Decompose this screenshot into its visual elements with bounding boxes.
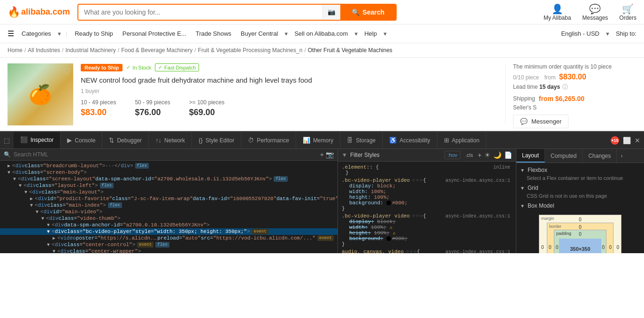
- nav-item-buyer-central[interactable]: Buyer Central: [237, 26, 282, 41]
- nav-item-ready-to-ship[interactable]: Ready to Ship: [71, 26, 117, 41]
- price-tier-2-range: 50 - 99 pieces: [135, 99, 170, 106]
- layout-tab-changes[interactable]: Changes: [583, 149, 617, 163]
- tree-expand-icon[interactable]: ▼: [8, 170, 10, 175]
- breadcrumb-all-industries[interactable]: All Industries: [28, 47, 60, 54]
- html-line-center-control[interactable]: ▼ <div class="center-control" > event fl…: [0, 241, 337, 248]
- tab-console[interactable]: ▶ Console: [61, 132, 102, 148]
- shipping-price: from $6,265.00: [539, 95, 584, 102]
- html-add-node-button[interactable]: +: [320, 151, 324, 158]
- css-moon-button[interactable]: 🌙: [493, 151, 501, 159]
- messenger-button[interactable]: 💬 Messenger: [513, 115, 568, 128]
- product-badges: Ready to Ship ✓ In Stock ✓ Fast Dispatch: [81, 63, 498, 71]
- html-screenshot-button[interactable]: 📷: [326, 151, 334, 158]
- price-tier-1: 10 - 49 pieces $83.00: [81, 99, 116, 117]
- html-search-input[interactable]: [14, 151, 316, 158]
- tab-network[interactable]: ↑↓ Network: [149, 132, 192, 148]
- margin-left-value: 0: [541, 245, 544, 250]
- layout-tab-extra-icon[interactable]: ›: [617, 149, 626, 163]
- css-hov-button[interactable]: :hov: [445, 151, 461, 159]
- html-line-prodict-favorite[interactable]: ▶ <div id="prodict-favorite" class="J-sc…: [0, 195, 337, 202]
- style-editor-tab-label: Style Editor: [206, 137, 234, 144]
- breadcrumb-industrial-machinery[interactable]: Industrial Machinery: [65, 47, 115, 54]
- close-devtools-icon[interactable]: ✕: [635, 137, 640, 144]
- search-icon: 🔍: [352, 8, 360, 16]
- camera-search-button[interactable]: 📷: [322, 5, 340, 19]
- help-chevron-icon: ▼: [383, 31, 388, 37]
- logo[interactable]: 🔥 alibaba.com: [8, 6, 70, 18]
- css-rule-close: }: [342, 170, 512, 176]
- language-selector[interactable]: English - USD: [561, 30, 599, 37]
- box-model-section-header[interactable]: ▼ Box Model: [520, 202, 640, 209]
- css-selector-element[interactable]: .element: [342, 164, 367, 170]
- tab-performance[interactable]: ⏱ Performance: [241, 132, 296, 148]
- responsive-mode-icon[interactable]: ⬜: [623, 137, 631, 144]
- html-line-screen-body[interactable]: ▼ <div class="screen-body" >: [0, 169, 337, 176]
- css-add-rule-button[interactable]: +: [478, 151, 482, 159]
- search-submit-button[interactable]: 🔍 Search: [340, 5, 396, 20]
- css-filter-bar: ▼ Filter Styles :hov .cls + ☀ 🌙 📄: [338, 149, 516, 162]
- grid-section-header[interactable]: ▼ Grid: [520, 185, 640, 191]
- sellers-row: Seller's S: [513, 104, 636, 111]
- nav-item-help[interactable]: Help: [360, 26, 381, 41]
- html-line-bc-video-player[interactable]: ▼ <div class="bc-video-player" style="wi…: [0, 228, 337, 235]
- css-cls-button[interactable]: .cls: [463, 151, 475, 159]
- error-badge[interactable]: ● 15: [611, 136, 619, 145]
- ship-to-label[interactable]: Ship to:: [616, 30, 636, 37]
- box-model-container: margin 0 0 0 0 border 0 0 0: [520, 213, 640, 253]
- attr-class: class: [24, 163, 40, 169]
- tree-expand-icon-2[interactable]: ▼: [13, 177, 16, 182]
- html-line-video[interactable]: ▶ <video poster="https://s.alicdn.com/@s…: [0, 235, 337, 241]
- lead-time-info-icon: ⓘ: [562, 84, 568, 90]
- breadcrumb-food-beverage[interactable]: Food & Beverage Machinery: [121, 47, 192, 54]
- product-section: 🍊 ♡ Ready to Ship ✓ In Stock ✓ Fast Disp…: [0, 58, 644, 131]
- tree-collapse-icon[interactable]: ▶: [8, 163, 10, 169]
- breadcrumb: Home / All Industries / Industrial Machi…: [0, 43, 644, 58]
- categories-chevron-icon: ▼: [57, 31, 62, 37]
- tab-storage[interactable]: 🗄 Storage: [340, 132, 383, 148]
- breadcrumb-fruit-vegetable[interactable]: Fruit & Vegetable Processing Machines_n: [198, 47, 303, 54]
- shipping-row: Shipping from $6,265.00: [513, 95, 636, 102]
- tab-debugger[interactable]: ⇅ Debugger: [102, 132, 149, 148]
- flexbox-section-header[interactable]: ▼ Flexbox: [520, 167, 640, 173]
- layout-tab-computed[interactable]: Computed: [545, 149, 583, 163]
- html-line-main-index[interactable]: ▼ <div class="main-index" > flex: [0, 202, 337, 209]
- html-line-spm-anchor[interactable]: ▼ <div data-spm-anchor-id="a2700.0.10.13…: [0, 222, 337, 228]
- product-wishlist-icon[interactable]: ♡: [63, 66, 70, 77]
- messages-action[interactable]: 💬 Messages: [583, 3, 608, 21]
- grid-desc: CSS Grid is not in use on this page: [520, 193, 640, 199]
- breadcrumb-home[interactable]: Home: [8, 47, 23, 54]
- html-line-main-layout[interactable]: ▼ <div class="main-layout" >: [0, 189, 337, 195]
- messages-icon: 💬: [589, 3, 601, 15]
- html-line-screen-layout[interactable]: ▼ <div class="screen-layout" data-spm-an…: [0, 176, 337, 182]
- categories-button[interactable]: Categories: [18, 26, 55, 41]
- orders-icon: 🛒: [622, 3, 634, 15]
- layout-tab-layout[interactable]: Layout: [516, 149, 545, 163]
- flexbox-desc: Select a Flex container or item to conti…: [520, 175, 640, 181]
- css-screenshot-button[interactable]: 📄: [504, 151, 512, 159]
- tab-memory[interactable]: 📊 Memory: [296, 132, 340, 148]
- html-line-video-thumb[interactable]: ▼ <div class="video-thumb" >: [0, 215, 337, 222]
- product-image-container[interactable]: 🍊 ♡: [8, 63, 73, 125]
- tab-inspector[interactable]: ⬛ Inspector: [14, 132, 61, 148]
- language-chevron-icon: ▼: [605, 31, 610, 37]
- css-rule-bc-video-2: .bc-video-player video ⁘⁘⁘ { async-index…: [338, 212, 516, 248]
- my-alibaba-action[interactable]: 👤 My Alibaba: [544, 3, 571, 21]
- html-line-center-wrapper[interactable]: ▼ <div class="center-wrapper" >: [0, 248, 337, 253]
- tab-accessibility[interactable]: ♿ Accessibility: [383, 132, 437, 148]
- tab-style-editor[interactable]: {} Style Editor: [192, 132, 241, 148]
- css-sun-button[interactable]: ☀: [484, 151, 491, 159]
- nav-item-personal-protective[interactable]: Personal Protective E...: [119, 26, 190, 41]
- performance-tab-icon: ⏱: [248, 137, 254, 144]
- orders-action[interactable]: 🛒 Orders: [619, 3, 636, 21]
- html-line-main-video[interactable]: ▼ <div id="main-video" >: [0, 209, 337, 215]
- hamburger-icon[interactable]: ☰: [8, 29, 14, 38]
- tab-application[interactable]: ⊞ Application: [437, 132, 487, 148]
- html-line-breadcrumb[interactable]: ▶ <div class="breadcrumb-layout" > ··· <…: [0, 163, 337, 169]
- nav-item-trade-shows[interactable]: Trade Shows: [192, 26, 235, 41]
- tree-expand-icon-3[interactable]: ▼: [19, 183, 22, 188]
- html-line-layout-left[interactable]: ▼ <div class="layout-left" > flex: [0, 182, 337, 189]
- logo-flame-icon: 🔥: [8, 6, 20, 18]
- inspect-element-icon[interactable]: ⬚: [4, 137, 10, 144]
- search-input[interactable]: [78, 5, 322, 20]
- nav-item-sell-on-alibaba[interactable]: Sell on Alibaba.com: [291, 26, 352, 41]
